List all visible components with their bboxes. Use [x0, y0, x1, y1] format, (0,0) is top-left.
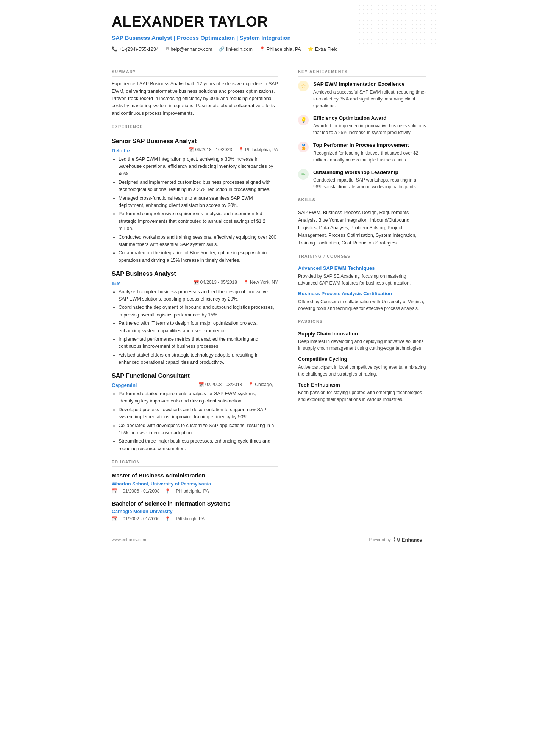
list-item: Designed and implemented customized busi… [119, 179, 278, 194]
calendar-icon-2: 📅 [194, 279, 199, 286]
main-layout: SUMMARY Experienced SAP Business Analyst… [97, 62, 437, 532]
calendar-icon-3: 📅 [198, 382, 204, 388]
achievement-1-desc: Achieved a successful SAP EWM rollout, r… [313, 89, 426, 109]
degree-1-title: Master of Business Administration [112, 471, 278, 480]
job-3-title: SAP Functional Consultant [112, 371, 278, 380]
list-item: Conducted workshops and training session… [119, 234, 278, 249]
list-item: Collaborated with developers to customiz… [119, 422, 278, 437]
location-icon-edu2: 📍 [165, 516, 170, 522]
passion-2-desc: Active participant in local competitive … [298, 364, 426, 377]
degree-2-school: Carnegie Mellon University [112, 508, 278, 515]
list-item: Collaborated on the integration of Blue … [119, 249, 278, 264]
experience-section-title: EXPERIENCE [112, 124, 278, 131]
star-icon: ⭐ [308, 46, 314, 52]
achievement-4-title: Outstanding Workshop Leadership [313, 169, 426, 176]
degree-1: Master of Business Administration Wharto… [112, 471, 278, 495]
summary-text: Experienced SAP Business Analyst with 12… [112, 80, 278, 117]
achievement-3-content: Top Performer in Process Improvement Rec… [313, 141, 426, 163]
achievements-section-title: KEY ACHIEVEMENTS [298, 69, 426, 77]
list-item: Analyzed complex business processes and … [119, 288, 278, 303]
location-icon: 📍 [259, 46, 265, 52]
resume-page: ALEXANDER TAYLOR SAP Business Analyst | … [97, 0, 437, 548]
education-section-title: EDUCATION [112, 459, 278, 467]
footer: www.enhancv.com Powered by ⌇∨ Enhancv [97, 532, 437, 548]
course-2: Business Process Analysis Certification … [298, 290, 426, 312]
header: ALEXANDER TAYLOR SAP Business Analyst | … [97, 0, 437, 58]
list-item: Performed comprehensive requirements ana… [119, 210, 278, 232]
achievement-3-icon: 🏅 [298, 142, 309, 152]
enhancv-logo: ⌇∨ Enhancv [393, 536, 422, 545]
achievement-1-title: SAP EWM Implementation Excellence [313, 80, 426, 88]
course-1-title: Advanced SAP EWM Techniques [298, 265, 426, 272]
job-1-company: Deloitte [112, 147, 130, 155]
enhancv-brand-name: Enhancv [402, 537, 422, 544]
passion-1-desc: Deep interest in developing and deployin… [298, 338, 426, 352]
phone-icon: 📞 [112, 46, 117, 52]
passion-3-desc: Keen passion for staying updated with em… [298, 389, 426, 403]
list-item: Led the SAP EWM integration project, ach… [119, 156, 278, 178]
job-1-meta-row: Deloitte 📅 06/2018 - 10/2023 📍 Philadelp… [112, 146, 278, 155]
job-3-company: Capgemini [112, 382, 137, 389]
list-item: Coordinated the deployment of inbound an… [119, 304, 278, 319]
achievement-2-content: Efficiency Optimization Award Awarded fo… [313, 114, 426, 136]
job-1-location: 📍 Philadelphia, PA [238, 147, 278, 153]
achievement-1: ☆ SAP EWM Implementation Excellence Achi… [298, 80, 426, 109]
enhancv-logo-symbol: ⌇∨ [393, 536, 401, 545]
location-icon-3: 📍 [248, 382, 254, 388]
job-3-dates: 📅 02/2008 - 03/2013 [198, 382, 242, 388]
list-item: Managed cross-functional teams to ensure… [119, 195, 278, 210]
location-icon-edu1: 📍 [165, 488, 170, 495]
linkedin-icon: 🔗 [219, 46, 225, 52]
list-item: Streamlined three major business process… [119, 438, 278, 452]
skills-section-title: SKILLS [298, 197, 426, 205]
achievement-3-desc: Recognized for leading initiatives that … [313, 150, 426, 163]
calendar-icon-edu2: 📅 [112, 516, 117, 522]
candidate-name: ALEXANDER TAYLOR [112, 11, 422, 32]
skills-text: SAP EWM, Business Process Design, Requir… [298, 209, 426, 247]
footer-website: www.enhancv.com [112, 537, 146, 543]
degree-2: Bachelor of Science in Information Syste… [112, 499, 278, 523]
achievement-3: 🏅 Top Performer in Process Improvement R… [298, 141, 426, 163]
summary-section-title: SUMMARY [112, 69, 278, 77]
contact-row: 📞 +1-(234)-555-1234 ✉ help@enhancv.com 🔗… [112, 46, 422, 53]
job-1-title: Senior SAP Business Analyst [112, 137, 278, 146]
degree-2-meta: 📅 01/2002 - 01/2006 📍 Pittsburgh, PA [112, 516, 278, 522]
passion-1-title: Supply Chain Innovation [298, 330, 426, 338]
achievement-4-icon: ✏ [298, 169, 309, 180]
achievement-1-icon: ☆ [298, 81, 309, 91]
job-1-meta: 📅 06/2018 - 10/2023 📍 Philadelphia, PA [188, 147, 278, 153]
job-3-meta-row: Capgemini 📅 02/2008 - 03/2013 📍 Chicago,… [112, 381, 278, 390]
achievement-2-desc: Awarded for implementing innovative busi… [313, 122, 426, 136]
course-2-desc: Offered by Coursera in collaboration wit… [298, 298, 426, 312]
right-column: KEY ACHIEVEMENTS ☆ SAP EWM Implementatio… [287, 62, 437, 532]
job-2-title: SAP Business Analyst [112, 269, 278, 278]
job-3-bullets: Performed detailed requirements analysis… [112, 390, 278, 452]
list-item: Implemented performance metrics that ena… [119, 336, 278, 351]
achievement-2: 💡 Efficiency Optimization Award Awarded … [298, 114, 426, 136]
achievement-4: ✏ Outstanding Workshop Leadership Conduc… [298, 169, 426, 191]
job-2-bullets: Analyzed complex business processes and … [112, 288, 278, 366]
contact-extra: ⭐ Extra Field [308, 46, 338, 53]
job-1-dates: 📅 06/2018 - 10/2023 [188, 147, 232, 153]
achievement-3-title: Top Performer in Process Improvement [313, 141, 426, 149]
training-section-title: TRAINING / COURSES [298, 254, 426, 261]
contact-location: 📍 Philadelphia, PA [259, 46, 301, 53]
achievement-4-desc: Conducted impactful SAP workshops, resul… [313, 177, 426, 190]
job-2: SAP Business Analyst IBM 📅 04/2013 - 05/… [112, 269, 278, 366]
job-2-meta-row: IBM 📅 04/2013 - 05/2018 📍 New York, NY [112, 279, 278, 288]
left-column: SUMMARY Experienced SAP Business Analyst… [97, 62, 287, 532]
degree-1-school: Wharton School, University of Pennsylvan… [112, 481, 278, 487]
degree-1-meta: 📅 01/2006 - 01/2008 📍 Philadelphia, PA [112, 488, 278, 495]
achievement-2-icon: 💡 [298, 115, 309, 125]
degree-2-title: Bachelor of Science in Information Syste… [112, 499, 278, 508]
job-2-dates: 📅 04/2013 - 05/2018 [194, 279, 237, 286]
course-1-desc: Provided by SAP SE Academy, focusing on … [298, 273, 426, 286]
contact-phone: 📞 +1-(234)-555-1234 [112, 46, 159, 53]
job-1: Senior SAP Business Analyst Deloitte 📅 0… [112, 137, 278, 264]
job-3: SAP Functional Consultant Capgemini 📅 02… [112, 371, 278, 452]
achievement-1-content: SAP EWM Implementation Excellence Achiev… [313, 80, 426, 109]
list-item: Developed process flowcharts and documen… [119, 406, 278, 421]
job-2-meta: 📅 04/2013 - 05/2018 📍 New York, NY [194, 279, 278, 286]
passion-3: Tech Enthusiasm Keen passion for staying… [298, 381, 426, 403]
email-icon: ✉ [166, 46, 169, 52]
